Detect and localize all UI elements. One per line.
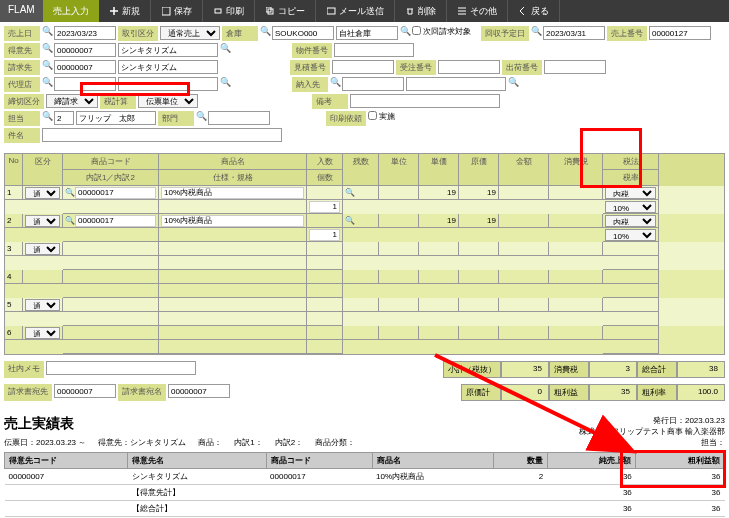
dairi-input[interactable] (54, 77, 116, 91)
uriage-no-input[interactable] (649, 26, 711, 40)
back-button[interactable]: 戻る (509, 0, 560, 22)
uchiwake-cell[interactable] (63, 284, 159, 298)
shohizei-cell[interactable] (549, 242, 603, 256)
search-icon[interactable]: 🔍 (220, 77, 230, 92)
zeiho-cell[interactable] (603, 298, 659, 312)
kingaku-cell[interactable] (499, 242, 549, 256)
tani-cell[interactable] (379, 186, 419, 200)
nyusu-cell[interactable] (307, 270, 343, 284)
genka-cell[interactable] (459, 326, 499, 340)
code-cell[interactable]: 🔍 (63, 214, 159, 228)
code-cell[interactable]: 🔍 (63, 186, 159, 200)
tanka-cell[interactable]: 19 (419, 186, 459, 200)
seikyu-memo-code[interactable] (54, 384, 116, 398)
jisshi-checkbox[interactable] (368, 111, 377, 120)
shimekiri-select[interactable]: 締請求 (46, 94, 98, 108)
code-cell[interactable] (63, 242, 159, 256)
zeiritsu-cell[interactable] (603, 340, 659, 354)
kingaku-cell[interactable] (499, 326, 549, 340)
search-icon[interactable]: 🔍 (531, 26, 541, 41)
search-icon[interactable]: 🔍 (42, 60, 52, 75)
tax-select[interactable]: 内税 (605, 187, 656, 199)
search-icon[interactable]: 🔍 (42, 111, 52, 126)
name-cell[interactable] (159, 186, 307, 200)
tantou-code-input[interactable] (54, 111, 74, 125)
kbn-cell[interactable] (23, 270, 63, 284)
zansu-cell[interactable]: 🔍 (343, 186, 379, 200)
code-input[interactable] (75, 187, 156, 199)
kbn-cell[interactable]: 通常 (23, 326, 63, 340)
tanka-cell[interactable] (419, 270, 459, 284)
kbn-select[interactable]: 通常 (25, 327, 60, 339)
juchuno-input[interactable] (438, 60, 500, 74)
nounyu-name-input[interactable] (406, 77, 506, 91)
kenmei-input[interactable] (42, 128, 282, 142)
tokuisaki-name-input[interactable] (118, 43, 218, 57)
shohizei-cell[interactable] (549, 270, 603, 284)
zeiritsu-cell[interactable]: 10% (603, 200, 659, 214)
shohizei-cell[interactable] (549, 186, 603, 200)
nounyu-input[interactable] (342, 77, 404, 91)
kingaku-cell[interactable] (499, 214, 549, 228)
tanka-cell[interactable]: 19 (419, 214, 459, 228)
kbn-select[interactable]: 通常 (25, 243, 60, 255)
nyusu-cell[interactable] (307, 214, 343, 228)
shiyou-cell[interactable] (159, 228, 307, 242)
denpyo-select[interactable]: 伝票単位 (138, 94, 198, 108)
zeiho-cell[interactable] (603, 326, 659, 340)
search-icon[interactable]: 🔍 (42, 77, 52, 92)
uchiwake-cell[interactable] (63, 228, 159, 242)
nyusu-cell[interactable] (307, 186, 343, 200)
zansu-cell[interactable]: 🔍 (343, 214, 379, 228)
search-icon[interactable]: 🔍 (330, 77, 340, 92)
kosu-cell[interactable] (307, 228, 343, 242)
kosu-cell[interactable] (307, 256, 343, 270)
shohizei-cell[interactable] (549, 326, 603, 340)
genka-cell[interactable]: 19 (459, 186, 499, 200)
name-input[interactable] (161, 187, 304, 199)
zansu-cell[interactable] (343, 326, 379, 340)
shiyou-cell[interactable] (159, 256, 307, 270)
uriage-date-input[interactable] (54, 26, 116, 40)
kbn-cell[interactable]: 通常 (23, 186, 63, 200)
kaishu-date-input[interactable] (543, 26, 605, 40)
copy-button[interactable]: コピー (256, 0, 316, 22)
shiyou-cell[interactable] (159, 284, 307, 298)
search-icon[interactable]: 🔍 (196, 111, 206, 126)
zeiritsu-cell[interactable] (603, 256, 659, 270)
zansu-cell[interactable] (343, 270, 379, 284)
seikyu-name-input[interactable] (118, 60, 218, 74)
kingaku-cell[interactable] (499, 186, 549, 200)
dairi-name-input[interactable] (118, 77, 218, 91)
zeiho-cell[interactable] (603, 242, 659, 256)
code-cell[interactable] (63, 270, 159, 284)
kosu-cell[interactable] (307, 200, 343, 214)
shohizei-cell[interactable] (549, 298, 603, 312)
rate-select[interactable]: 10% (605, 229, 656, 241)
search-icon[interactable]: 🔍 (508, 77, 518, 92)
other-button[interactable]: その他 (448, 0, 508, 22)
tanka-cell[interactable] (419, 242, 459, 256)
kosu-cell[interactable] (307, 340, 343, 354)
souko-input[interactable] (272, 26, 334, 40)
delete-button[interactable]: 削除 (396, 0, 447, 22)
shanai-memo-input[interactable] (46, 361, 196, 375)
zeiritsu-cell[interactable]: 10% (603, 228, 659, 242)
kosu-cell[interactable] (307, 284, 343, 298)
genka-cell[interactable]: 19 (459, 214, 499, 228)
genka-cell[interactable] (459, 242, 499, 256)
zansu-cell[interactable] (343, 298, 379, 312)
toolbar-active-tab[interactable]: 売上入力 (43, 0, 99, 22)
zeiritsu-cell[interactable] (603, 312, 659, 326)
zeiritsu-cell[interactable] (603, 284, 659, 298)
shiyou-cell[interactable] (159, 200, 307, 214)
zeiho-cell[interactable] (603, 270, 659, 284)
torihiki-select[interactable]: 通常売上 (160, 26, 220, 40)
uchiwake-cell[interactable] (63, 256, 159, 270)
bukken-input[interactable] (334, 43, 414, 57)
kosu-cell[interactable] (307, 312, 343, 326)
kbn-cell[interactable]: 通常 (23, 214, 63, 228)
code-cell[interactable] (63, 326, 159, 340)
biko-input[interactable] (350, 94, 500, 108)
jikai-checkbox[interactable] (412, 26, 421, 35)
